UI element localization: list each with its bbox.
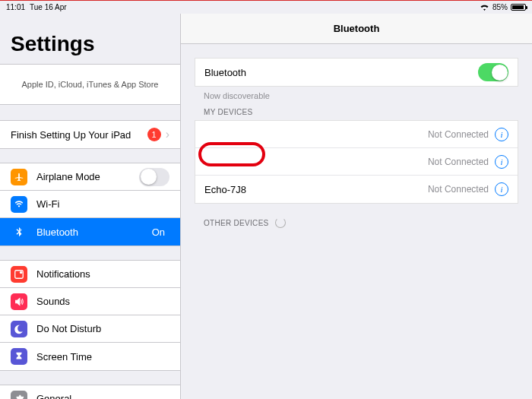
- device-status: Not Connected: [428, 184, 489, 195]
- device-status: Not Connected: [428, 129, 489, 140]
- hourglass-icon: [11, 348, 27, 365]
- sidebar-item-label: General: [36, 393, 169, 399]
- device-row[interactable]: Not Connected i: [195, 121, 518, 148]
- finish-setup-label: Finish Setting Up Your iPad: [11, 129, 147, 141]
- device-status: Not Connected: [428, 157, 489, 167]
- sidebar-item-notifications[interactable]: Notifications: [0, 261, 180, 288]
- sidebar-item-label: Bluetooth: [36, 226, 152, 238]
- moon-icon: [11, 321, 27, 337]
- sidebar-item-label: Notifications: [36, 268, 169, 280]
- sounds-icon: [11, 293, 27, 310]
- chevron-right-icon: ›: [166, 128, 169, 141]
- notifications-icon: [11, 266, 27, 283]
- wifi-icon: [11, 196, 27, 213]
- sidebar-item-label: Sounds: [36, 296, 169, 307]
- sidebar-item-dnd[interactable]: Do Not Disturb: [0, 315, 180, 343]
- status-time: 11:01: [6, 3, 25, 11]
- bluetooth-toggle-label: Bluetooth: [204, 67, 478, 78]
- sidebar-item-label: Screen Time: [36, 351, 169, 363]
- battery-icon: [511, 4, 526, 11]
- svg-point-1: [20, 271, 23, 274]
- sidebar-item-label: Do Not Disturb: [36, 323, 169, 334]
- detail-title: Bluetooth: [181, 14, 532, 44]
- sidebar-item-airplane-mode[interactable]: Airplane Mode: [0, 163, 180, 191]
- sidebar-item-label: Wi-Fi: [36, 198, 169, 210]
- info-icon[interactable]: i: [495, 182, 508, 196]
- sidebar-item-label: Airplane Mode: [36, 171, 139, 182]
- sidebar-item-screen-time[interactable]: Screen Time: [0, 343, 180, 370]
- gear-icon: [11, 391, 27, 400]
- detail-pane: Bluetooth Bluetooth Now discoverable MY …: [181, 14, 532, 399]
- other-devices-label: OTHER DEVICES: [204, 219, 269, 227]
- sidebar-item-wifi[interactable]: Wi-Fi: [0, 191, 180, 218]
- bluetooth-icon: [11, 223, 27, 240]
- device-row[interactable]: Not Connected i: [195, 148, 518, 176]
- status-date: Tue 16 Apr: [30, 3, 67, 11]
- badge-icon: 1: [147, 128, 161, 141]
- airplane-icon: [11, 169, 27, 185]
- finish-setup-row[interactable]: Finish Setting Up Your iPad 1 ›: [0, 121, 180, 148]
- settings-sidebar: Settings Apple ID, iCloud, iTunes & App …: [0, 14, 181, 399]
- bluetooth-toggle[interactable]: [478, 63, 508, 81]
- spinner-icon: [275, 217, 286, 228]
- discoverable-text: Now discoverable: [181, 87, 532, 103]
- sidebar-item-bluetooth[interactable]: Bluetooth On: [0, 218, 180, 245]
- info-icon[interactable]: i: [495, 128, 508, 141]
- other-devices-header: OTHER DEVICES: [181, 204, 532, 232]
- info-icon[interactable]: i: [495, 155, 508, 169]
- settings-title: Settings: [0, 14, 180, 64]
- wifi-icon: [480, 4, 489, 11]
- airplane-toggle[interactable]: [139, 168, 169, 186]
- battery-percent: 85%: [492, 3, 508, 11]
- my-devices-header: MY DEVICES: [181, 103, 532, 120]
- device-row[interactable]: Echo-7J8 Not Connected i: [195, 176, 518, 203]
- sidebar-item-sounds[interactable]: Sounds: [0, 288, 180, 315]
- apple-id-label: Apple ID, iCloud, iTunes & App Store: [22, 80, 159, 89]
- status-bar: 11:01 Tue 16 Apr 85%: [0, 0, 532, 14]
- sidebar-item-general[interactable]: General: [0, 385, 180, 399]
- bluetooth-toggle-row[interactable]: Bluetooth: [195, 59, 518, 86]
- sidebar-item-value: On: [152, 226, 165, 238]
- apple-id-row[interactable]: Apple ID, iCloud, iTunes & App Store: [0, 65, 180, 104]
- device-name: Echo-7J8: [204, 184, 428, 195]
